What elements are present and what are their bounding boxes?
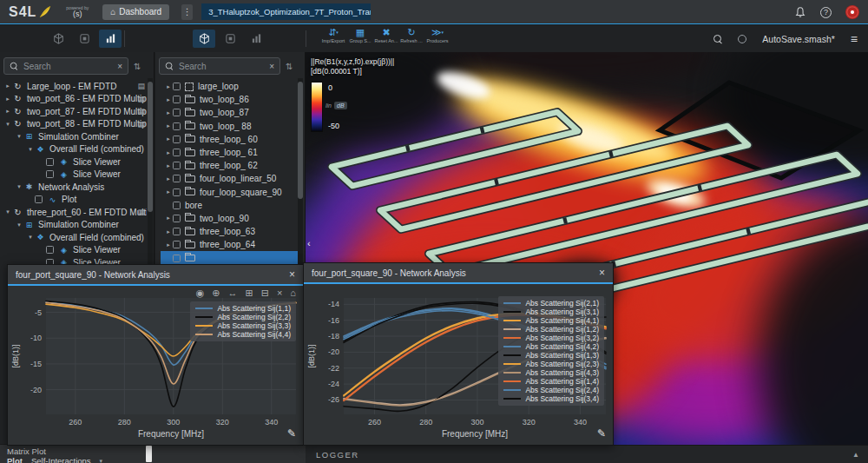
chevron-right-icon[interactable]: ▸ [164, 136, 173, 142]
autosave-radio[interactable] [738, 35, 746, 43]
chevron-down-icon[interactable]: ▾ [26, 146, 35, 153]
interactions-dropdown[interactable]: Self-Interactions [31, 456, 91, 463]
chevron-right-icon[interactable]: ▸ [3, 108, 12, 115]
tree-item-two-loop-88[interactable]: ▸two_loop_ 88 [161, 120, 298, 133]
checkbox[interactable] [46, 246, 54, 254]
pan-icon[interactable]: ↔ [227, 288, 237, 299]
chevron-down-icon[interactable]: ▾ [15, 183, 23, 190]
legend-item[interactable]: Abs Scattering Sij(3,3) [195, 321, 291, 330]
tree-item-slice-viewer[interactable]: ◈Slice Viewer [0, 169, 147, 182]
checkbox[interactable] [46, 158, 54, 166]
legend-item[interactable]: Abs Scattering Sij(1,2) [503, 325, 599, 334]
chevron-right-icon[interactable]: ▸ [164, 175, 173, 182]
view-model-button[interactable] [47, 30, 69, 48]
tree-item-three-loop-60[interactable]: ▸three_loop_ 60 [161, 133, 298, 146]
tree-item-overall-field-combined-[interactable]: ▾❖Overall Field (combined) [0, 143, 147, 156]
tree-item-two-port-87-em-fdtd-multiport[interactable]: ▸↻two_port_87 - EM FDTD Multiport▤ [0, 105, 147, 118]
legend-item[interactable]: Abs Scattering Sij(1,1) [195, 304, 291, 313]
chevron-right-icon[interactable]: ▸ [164, 109, 173, 116]
camera-icon[interactable]: ◉ [196, 288, 205, 299]
toolbar-reset-an-button[interactable]: ✖Reset An... [372, 27, 400, 43]
explorer-search-input[interactable]: Search × [3, 57, 128, 75]
window-title-bar[interactable]: four_port_square_90 - Network Analysis × [304, 263, 613, 284]
legend-item[interactable]: Abs Scattering Sij(2,2) [195, 313, 291, 321]
kebab-menu-button[interactable]: ⋮ [181, 4, 193, 20]
checkbox[interactable] [173, 202, 181, 209]
toolbar-imp-exportbutton[interactable]: ⇵▾Imp/Export [319, 27, 347, 43]
checkbox[interactable] [173, 255, 181, 262]
chevron-right-icon[interactable]: ▸ [164, 162, 173, 169]
tree-item-simulation-combiner[interactable]: ▾⊞Simulation Combiner [0, 130, 147, 143]
expand-up-chevron-icon[interactable]: ▲ [852, 451, 859, 459]
chevron-right-icon[interactable]: ▸ [164, 83, 173, 90]
chevron-right-icon[interactable]: ▸ [164, 189, 173, 195]
edit-pencil-icon[interactable]: ✎ [597, 427, 606, 440]
tree-item-slice-viewer[interactable]: ◈Slice Viewer [0, 244, 147, 257]
toolbar-group-s-button[interactable]: ▦Group S... [346, 27, 374, 43]
chevron-down-icon[interactable]: ▾ [15, 222, 23, 228]
checkbox[interactable] [173, 175, 181, 182]
search-icon[interactable] [713, 35, 722, 43]
legend-item[interactable]: Abs Scattering Sij(2,1) [503, 299, 599, 308]
autosave-label[interactable]: AutoSave.smash* [762, 34, 834, 44]
tree-item-four-loop-square-90[interactable]: ▸four_loop_square_90 [161, 186, 298, 199]
chevron-down-icon[interactable]: ▾ [3, 121, 12, 128]
tree-item-large-loop[interactable]: ▸large_loop [161, 80, 298, 93]
checkbox[interactable] [173, 136, 181, 143]
hamburger-menu-icon[interactable]: ≡ [851, 32, 858, 46]
chevron-right-icon[interactable]: ▸ [3, 83, 12, 89]
tree-item-three-loop-62[interactable]: ▸three_loop_ 62 [161, 159, 298, 172]
viewport-chart-button[interactable] [245, 30, 267, 48]
scrollbar-thumb[interactable] [146, 446, 152, 462]
legend-item[interactable]: Abs Scattering Sij(2,3) [503, 360, 599, 368]
tree-item-two-port-86-em-fdtd-multiport[interactable]: ▸↻two_port_86 - EM FDTD Multiport▤ [0, 93, 147, 106]
tree-item-three-loop-63[interactable]: ▸three_loop_63 [161, 225, 298, 238]
tree-item-four-loop-linear-50[interactable]: ▸four_loop_linear_50 [161, 172, 298, 185]
tree-item-two-loop-86[interactable]: ▸two_loop_86 [161, 93, 298, 106]
tree-item-overall-field-combined-[interactable]: ▾❖Overall Field (combined) [0, 231, 147, 244]
models-search-input[interactable]: Search × [159, 57, 280, 75]
view-analysis-button[interactable] [99, 30, 122, 48]
tree-item-three-loop-64[interactable]: ▸three_loop_64 [161, 238, 298, 251]
user-avatar[interactable] [845, 5, 859, 19]
zoom-icon[interactable]: ⊕ [212, 288, 220, 299]
tree-item-network-analysis[interactable]: ▾✱Network Analysis [0, 181, 147, 194]
tree-item-selected[interactable] [161, 251, 298, 264]
close-icon[interactable]: × [599, 267, 605, 279]
chevron-right-icon[interactable]: ▸ [164, 228, 173, 235]
chevron-right-icon[interactable]: ▸ [3, 96, 12, 103]
tree-item-two-loop-87[interactable]: ▸two_loop_87 [161, 106, 298, 119]
checkbox[interactable] [46, 170, 54, 178]
legend-item[interactable]: Abs Scattering Sij(3,2) [503, 334, 599, 342]
legend-item[interactable]: Abs Scattering Sij(4,1) [503, 316, 599, 325]
chevron-right-icon[interactable]: ▸ [164, 215, 173, 222]
scale-db-button[interactable]: dB [334, 102, 347, 109]
legend-item[interactable]: Abs Scattering Sij(4,2) [503, 342, 599, 351]
clear-search-icon[interactable]: × [269, 62, 274, 71]
collapse-all-icon[interactable]: ⇅ [134, 62, 141, 71]
clear-search-icon[interactable]: × [117, 62, 122, 71]
checkbox[interactable] [173, 122, 181, 130]
scale-lin-button[interactable]: lin [326, 103, 332, 109]
tree-item-two-loop-90[interactable]: ▸two_loop_90 [161, 212, 298, 225]
tree-item-plot[interactable]: ∿Plot [0, 194, 147, 207]
legend-item[interactable]: Abs Scattering Sij(1,4) [503, 377, 599, 386]
toolbar-producersbutton[interactable]: ≫▾Producers [424, 27, 451, 43]
chevron-right-icon[interactable]: ▸ [164, 122, 173, 129]
legend-item[interactable]: Abs Scattering Sij(2,4) [503, 386, 599, 394]
checkbox[interactable] [173, 109, 181, 116]
chevron-down-icon[interactable]: ▾ [3, 208, 12, 215]
legend-item[interactable]: Abs Scattering Sij(3,1) [503, 308, 599, 316]
checkbox[interactable] [173, 241, 181, 248]
chevron-right-icon[interactable]: ▸ [164, 96, 173, 103]
edit-pencil-icon[interactable]: ✎ [287, 427, 296, 440]
tree-item-three-port-60-em-fdtd-multiport[interactable]: ▾↻three_port_60 - EM FDTD Multiport▤ [0, 206, 147, 219]
tree-item-bore[interactable]: bore [161, 199, 298, 212]
tree-item-large-loop-em-fdtd[interactable]: ▸↻Large_loop - EM FDTD▤ [0, 80, 147, 93]
close-icon[interactable]: × [289, 268, 295, 281]
tree-item-three-loop-61[interactable]: ▸three_loop_ 61 [161, 146, 298, 159]
viewport-3d-button[interactable] [193, 30, 215, 48]
autoscale-icon[interactable]: × [277, 288, 282, 299]
checkbox[interactable] [173, 189, 181, 196]
chevron-down-icon[interactable]: ▾ [26, 234, 35, 241]
